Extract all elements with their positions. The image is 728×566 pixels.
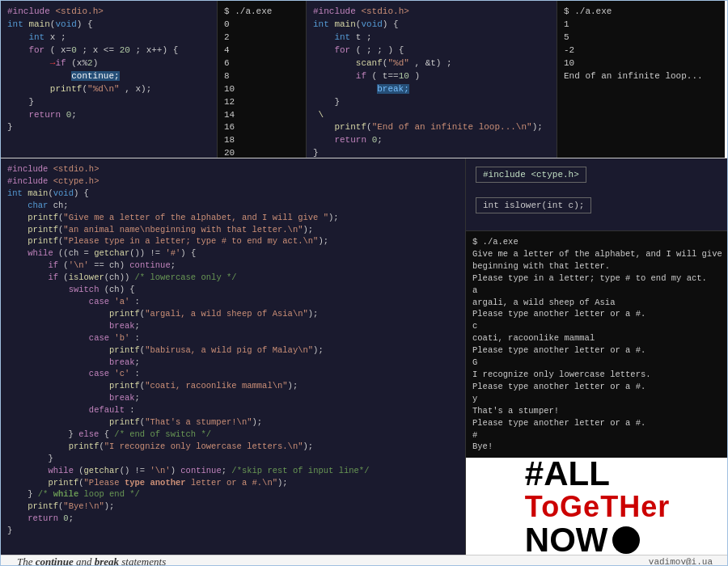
logo-hash: #ALL — [525, 456, 610, 492]
include-panel: #include <ctype.h> int islower(int c); — [466, 158, 728, 231]
bottom-bar: The continue and break statements vadimo… — [1, 555, 728, 566]
logo-area: #ALL ToGeTHer NOW — [466, 458, 728, 555]
logo-now: NOW — [525, 522, 608, 558]
logo-circle — [612, 526, 640, 554]
include-box: #include <ctype.h> — [476, 167, 586, 183]
main-code-panel: #include <stdio.h> #include <ctype.h> in… — [1, 158, 466, 555]
top-right-output-panel: $ ./a.exe 1 5 -2 10 End of an infinite l… — [557, 1, 725, 158]
email-label: vadimov@i.ua — [649, 557, 713, 566]
page-title: The continue and break statements — [17, 555, 166, 566]
top-right-code-panel: #include <stdio.h> int main(void) { int … — [307, 1, 557, 158]
middle-row: #include <stdio.h> #include <ctype.h> in… — [1, 158, 728, 555]
top-row: #include <stdio.h> int main(void) { int … — [1, 1, 728, 158]
main-container: #include <stdio.h> int main(void) { int … — [1, 1, 728, 566]
top-left-code-panel: #include <stdio.h> int main(void) { int … — [1, 1, 218, 158]
logo-wrapper: #ALL ToGeTHer NOW — [525, 456, 670, 558]
terminal-panel: $ ./a.exe Give me a letter of the alphab… — [466, 231, 728, 458]
logo-together: ToGeTHer — [525, 492, 670, 522]
fn-box: int islower(int c); — [476, 197, 591, 213]
top-left-output-panel: $ ./a.exe 0 2 4 6 8 10 12 14 16 18 20 — [218, 1, 307, 158]
right-column: #include <ctype.h> int islower(int c); $… — [466, 158, 728, 555]
